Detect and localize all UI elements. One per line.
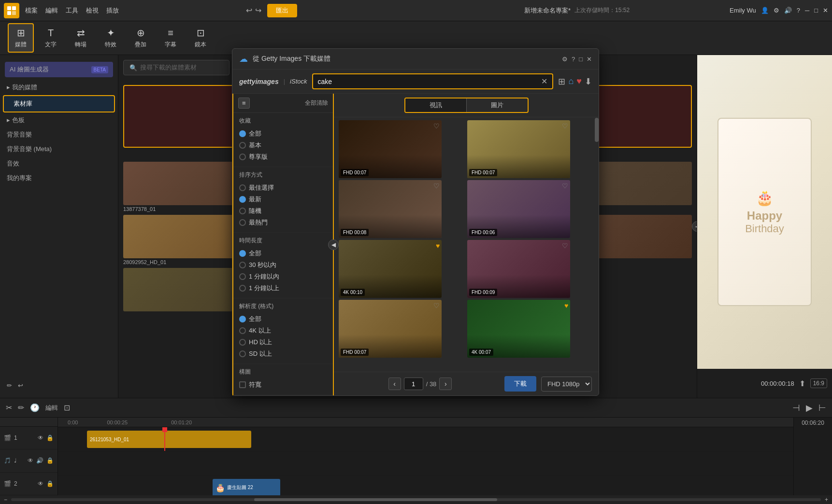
edit-icon[interactable]: ✏ xyxy=(7,382,12,389)
play-button[interactable]: ▶ xyxy=(806,403,813,413)
next-page-button[interactable]: › xyxy=(439,378,452,390)
tab-video[interactable]: 視訊 xyxy=(405,98,467,112)
clock-icon[interactable]: 🕐 xyxy=(30,403,40,412)
page-number-input[interactable] xyxy=(404,378,423,390)
download-button[interactable]: 下載 xyxy=(504,376,536,392)
tab-images[interactable]: 圖片 xyxy=(467,98,528,112)
filter-collapse-arrow[interactable]: ◀ xyxy=(328,239,339,250)
grid-view-icon[interactable]: ⊞ xyxy=(558,76,565,87)
menu-play[interactable]: 插放 xyxy=(106,6,119,15)
result-item-6[interactable]: ♡ FHD 00:09 xyxy=(467,240,570,298)
next-frame-button[interactable]: ⊢ xyxy=(818,403,826,413)
menu-view[interactable]: 檢視 xyxy=(86,6,99,15)
export-button[interactable]: 匯出 xyxy=(267,4,297,17)
dialog-help-icon[interactable]: ? xyxy=(572,56,575,63)
sidebar-item-effects[interactable]: 音效 xyxy=(0,156,118,171)
result-item-2[interactable]: ♡ FHD 00:07 xyxy=(467,120,570,178)
undo-icon[interactable]: ↩ xyxy=(18,382,23,389)
result-8-fav-icon[interactable]: ♥ xyxy=(564,302,568,309)
menu-file[interactable]: 檔案 xyxy=(25,6,38,15)
radio-newest[interactable]: 最新 xyxy=(239,194,327,205)
video-clip-1[interactable]: 26121053_HD_01 xyxy=(87,431,251,448)
result-item-4[interactable]: ♡ FHD 00:06 xyxy=(467,180,570,238)
result-item-5[interactable]: ♥ 4K 00:10 xyxy=(339,240,442,298)
settings-icon[interactable]: ⚙ xyxy=(774,7,779,14)
ai-generator-button[interactable]: AI 繪圖生成器 BETA xyxy=(5,62,113,77)
radio-under-1min[interactable]: 1 分鐘以內 xyxy=(239,271,327,282)
zoom-in-icon[interactable]: + xyxy=(825,496,828,503)
caption-timeline-icon[interactable]: ⊡ xyxy=(64,403,70,412)
close-icon[interactable]: ✕ xyxy=(823,7,828,14)
track-lock-icon[interactable]: 🔒 xyxy=(46,434,54,441)
maximize-icon[interactable]: □ xyxy=(814,7,818,14)
menu-tools[interactable]: 工具 xyxy=(66,6,78,15)
result-item-8[interactable]: ♥ 4K 00:07 xyxy=(467,300,570,358)
favorites-icon[interactable]: ♥ xyxy=(576,76,582,87)
sidebar-item-my-media[interactable]: ▸ 我的媒體 xyxy=(0,80,118,95)
quality-select[interactable]: FHD 1080p 4K 2160p HD 720p xyxy=(541,377,592,392)
result-item-3[interactable]: ♡ FHD 00:08 xyxy=(339,180,442,238)
search-clear-button[interactable]: ✕ xyxy=(541,77,547,86)
radio-premium[interactable]: 尊享版 xyxy=(239,151,327,163)
sidebar-item-palette[interactable]: ▸ 色板 xyxy=(0,113,118,127)
undo-button[interactable]: ↩ xyxy=(246,6,252,15)
track-video2-lock-icon[interactable]: 🔒 xyxy=(46,480,54,487)
preview-export-icon[interactable]: ⬆ xyxy=(799,379,805,388)
radio-under-30s[interactable]: 30 秒以內 xyxy=(239,259,327,271)
checkbox-wide[interactable]: 符寬 xyxy=(239,379,327,391)
menu-edit[interactable]: 編輯 xyxy=(45,6,58,15)
getty-images-dialog[interactable]: ☁ 從 Getty Images 下載媒體 ⚙ ? □ ✕ gettyimage… xyxy=(232,48,599,396)
search-input-container[interactable]: ✕ xyxy=(312,73,554,89)
filter-clear-button[interactable]: 全部清除 xyxy=(254,99,328,107)
results-scrollbar-thumb[interactable] xyxy=(595,118,599,142)
pen-icon[interactable]: ✏ xyxy=(18,403,24,412)
tool-media[interactable]: ⊞ 媒體 xyxy=(8,23,34,53)
radio-popular[interactable]: 最熱門 xyxy=(239,217,327,228)
track-audio-eye-icon[interactable]: 👁 xyxy=(28,457,33,464)
track-video2-eye-icon[interactable]: 👁 xyxy=(38,480,43,487)
radio-all-collection[interactable]: 全部 xyxy=(239,128,327,140)
redo-button[interactable]: ↪ xyxy=(255,6,261,15)
result-item-7[interactable]: ♡ FHD 00:07 xyxy=(339,300,442,358)
minimize-icon[interactable]: ─ xyxy=(805,7,809,14)
radio-hd-plus[interactable]: HD 以上 xyxy=(239,336,327,348)
dialog-settings-icon[interactable]: ⚙ xyxy=(562,56,568,63)
cut-icon[interactable]: ✂ xyxy=(6,403,12,412)
tool-text[interactable]: T 文字 xyxy=(38,25,64,52)
track-eye-icon[interactable]: 👁 xyxy=(38,434,43,441)
dialog-close-icon[interactable]: ✕ xyxy=(587,56,592,63)
playhead[interactable] xyxy=(164,427,165,451)
radio-all-resolution[interactable]: 全部 xyxy=(239,313,327,325)
result-5-fav-icon[interactable]: ♥ xyxy=(436,242,440,250)
prev-frame-button[interactable]: ⊣ xyxy=(792,403,800,413)
effect-clip-1[interactable]: 🎂 慶生貼圖 22 xyxy=(213,479,280,495)
tool-script[interactable]: ⊡ 鏡本 xyxy=(187,24,214,52)
tool-transition[interactable]: ⇄ 轉場 xyxy=(68,24,94,52)
radio-best[interactable]: 最佳選擇 xyxy=(239,182,327,194)
result-item-1[interactable]: ♡ FHD 00:07 xyxy=(339,120,442,178)
prev-page-button[interactable]: ‹ xyxy=(388,378,401,390)
audio-icon[interactable]: 🔊 xyxy=(784,7,792,14)
tool-overlay[interactable]: ⊕ 疊加 xyxy=(128,24,154,52)
user-icon[interactable]: 👤 xyxy=(761,7,769,14)
tool-effects[interactable]: ✦ 特效 xyxy=(98,24,124,52)
radio-random[interactable]: 隨機 xyxy=(239,205,327,217)
radio-basic[interactable]: 基本 xyxy=(239,140,327,151)
media-search-bar[interactable]: 🔍 搜尋下載的媒體素材 xyxy=(123,60,230,75)
help-icon[interactable]: ? xyxy=(797,7,800,14)
zoom-out-icon[interactable]: − xyxy=(4,496,7,503)
radio-4k-plus[interactable]: 4K 以上 xyxy=(239,325,327,336)
dialog-maximize-icon[interactable]: □ xyxy=(579,56,583,63)
download-history-icon[interactable]: ⬇ xyxy=(585,76,592,87)
filter-toggle-button[interactable]: ≡ xyxy=(238,98,250,109)
sidebar-item-library[interactable]: 素材庫 xyxy=(3,95,115,112)
radio-all-duration[interactable]: 全部 xyxy=(239,248,327,259)
results-scrollbar[interactable] xyxy=(595,118,599,371)
track-audio-lock-icon[interactable]: 🔒 xyxy=(46,457,54,464)
panel-collapse-arrow[interactable]: ◀ xyxy=(692,221,697,232)
radio-sd-plus[interactable]: SD 以上 xyxy=(239,348,327,360)
timeline-scroll-thumb[interactable] xyxy=(254,498,497,501)
home-icon[interactable]: ⌂ xyxy=(568,76,574,87)
sidebar-item-bg-music[interactable]: 背景音樂 xyxy=(0,127,118,142)
track-audio-volume-icon[interactable]: 🔊 xyxy=(36,457,43,464)
